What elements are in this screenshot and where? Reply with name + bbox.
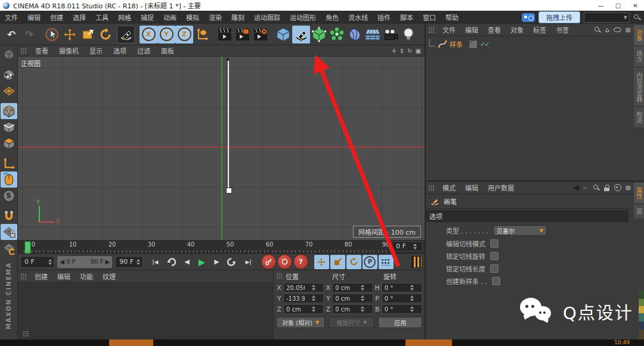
apply-button[interactable]: 应用 bbox=[378, 317, 422, 328]
object-mode-dropdown[interactable]: 对象 (相对)▼ bbox=[276, 317, 325, 328]
stepper-icon[interactable] bbox=[47, 259, 52, 265]
spline-start-point[interactable] bbox=[227, 58, 229, 61]
pos-z-field[interactable]: 0 cm bbox=[283, 304, 324, 314]
material-menu-texture[interactable]: 纹理 bbox=[98, 272, 120, 281]
material-menu-edit[interactable]: 编辑 bbox=[52, 272, 75, 281]
tab-content-browser[interactable]: 内容浏览器 bbox=[634, 68, 644, 106]
current-frame-field[interactable]: 0 F bbox=[392, 241, 423, 251]
viewport-toggle-icon[interactable]: ▣ bbox=[416, 48, 421, 54]
y-axis-lock-button[interactable]: Y bbox=[157, 26, 175, 43]
pos-x-field[interactable]: 20.056 cm bbox=[283, 283, 324, 292]
key-rotation-button[interactable] bbox=[346, 255, 361, 269]
model-mode-button[interactable] bbox=[1, 67, 17, 83]
spline-end-point-selected[interactable] bbox=[226, 188, 232, 194]
x-axis-lock-button[interactable]: X bbox=[140, 26, 157, 43]
autokey-button[interactable] bbox=[277, 254, 292, 269]
object-name[interactable]: 样条 bbox=[450, 39, 463, 49]
z-axis-lock-button[interactable]: Z bbox=[175, 26, 193, 43]
viewport-zoom-icon[interactable]: ⇕ bbox=[400, 48, 404, 54]
record-keyframe-button[interactable] bbox=[261, 254, 276, 269]
pos-y-field[interactable]: -133.972 cm bbox=[283, 294, 324, 303]
viewport-canvas[interactable]: 正视图 网格间距 : 100 cm Y X bbox=[18, 57, 425, 240]
spline-segment[interactable] bbox=[228, 60, 229, 190]
size-mode-dropdown[interactable]: 缩放尺寸▼ bbox=[329, 317, 374, 328]
tab-layers[interactable]: 层 bbox=[634, 204, 644, 219]
viewport-menu-view[interactable]: 查看 bbox=[30, 46, 54, 55]
previous-frame-button[interactable]: ◀ bbox=[179, 255, 194, 269]
panel-grip-icon[interactable] bbox=[20, 48, 27, 54]
workplane-lock-button[interactable] bbox=[1, 224, 17, 240]
menu-character[interactable]: 角色 bbox=[321, 13, 343, 22]
tab-takes[interactable]: 场次 bbox=[634, 46, 644, 67]
size-x-field[interactable]: 0 cm bbox=[332, 283, 373, 292]
mouse-move-button[interactable] bbox=[1, 172, 17, 188]
menu-file[interactable]: 文件 bbox=[0, 13, 23, 22]
key-parameter-button[interactable]: P bbox=[363, 255, 377, 269]
rot-b-field[interactable]: 0 ° bbox=[382, 304, 422, 314]
render-region-button[interactable] bbox=[234, 26, 252, 43]
key-pla-button[interactable] bbox=[379, 255, 394, 269]
create-new-spline-checkbox[interactable] bbox=[492, 277, 500, 285]
menu-help[interactable]: 帮助 bbox=[441, 13, 463, 22]
material-menu-function[interactable]: 功能 bbox=[75, 272, 98, 281]
open-timeline-button[interactable] bbox=[410, 255, 425, 269]
menu-render[interactable]: 渲染 bbox=[204, 13, 227, 22]
close-button[interactable]: ✕ bbox=[627, 0, 644, 11]
tab-objects[interactable]: 对象 bbox=[634, 25, 644, 45]
om-menu-tags[interactable]: 标签 bbox=[528, 25, 551, 35]
redo-button[interactable]: ↷ bbox=[20, 26, 38, 43]
material-menu-create[interactable]: 创建 bbox=[30, 272, 52, 281]
undo-button[interactable]: ↶ bbox=[2, 26, 20, 43]
lock-tangent-length-checkbox[interactable] bbox=[490, 264, 499, 273]
am-menu-mode[interactable]: 模式 bbox=[438, 183, 460, 192]
panel-grip-icon[interactable] bbox=[428, 27, 435, 33]
magnet-snap-button[interactable] bbox=[1, 208, 17, 224]
menu-plugins[interactable]: 插件 bbox=[373, 13, 395, 22]
loop-button[interactable] bbox=[224, 255, 239, 269]
coordinate-system-button[interactable] bbox=[193, 26, 211, 43]
panel-grip-icon[interactable] bbox=[276, 273, 283, 279]
key-position-button[interactable] bbox=[314, 255, 329, 269]
play-button[interactable]: ▶ bbox=[194, 255, 209, 269]
gear-icon[interactable] bbox=[614, 184, 621, 191]
texture-mode-button[interactable] bbox=[1, 83, 17, 99]
rot-h-field[interactable]: 0 ° bbox=[382, 283, 422, 292]
viewport-menu-options[interactable]: 选项 bbox=[108, 46, 132, 55]
statusbar-grip-icon[interactable] bbox=[23, 331, 29, 337]
om-menu-objects[interactable]: 对象 bbox=[506, 25, 528, 35]
goto-start-button[interactable]: |◀ bbox=[148, 255, 163, 269]
menu-select[interactable]: 选择 bbox=[68, 13, 91, 22]
scale-tool-button[interactable] bbox=[79, 26, 97, 43]
layer-visibility-icon[interactable] bbox=[469, 40, 478, 49]
render-view-button[interactable] bbox=[216, 26, 234, 43]
primitive-cube-button[interactable] bbox=[274, 26, 292, 43]
frame-ruler[interactable]: 0 10 20 30 40 50 60 70 80 90 bbox=[18, 240, 390, 254]
edit-tangent-checkbox[interactable] bbox=[490, 239, 499, 248]
history-forward-icon[interactable]: ▶ bbox=[583, 183, 589, 192]
play-backwards-button[interactable] bbox=[165, 255, 179, 269]
menu-tools[interactable]: 工具 bbox=[91, 13, 113, 22]
menu-mograph[interactable]: 运动图形 bbox=[285, 13, 321, 22]
om-menu-view[interactable]: 查看 bbox=[483, 25, 506, 35]
scene-objects-button[interactable] bbox=[346, 26, 364, 43]
search-icon[interactable] bbox=[633, 14, 640, 21]
menu-simulate[interactable]: 模拟 bbox=[181, 13, 204, 22]
snap-s-button[interactable]: S bbox=[1, 188, 17, 204]
menu-animate[interactable]: 动画 bbox=[159, 13, 181, 22]
type-dropdown[interactable]: 贝塞尔 ▼ bbox=[493, 225, 547, 236]
make-editable-button[interactable] bbox=[1, 46, 17, 63]
om-menu-edit[interactable]: 编辑 bbox=[460, 25, 483, 35]
menu-mesh[interactable]: 网格 bbox=[113, 13, 136, 22]
stepper-icon[interactable] bbox=[136, 259, 141, 265]
render-settings-button[interactable] bbox=[252, 26, 270, 43]
menu-snap[interactable]: 捕捉 bbox=[136, 13, 159, 22]
drag-upload-button[interactable]: 拖拽上传 bbox=[538, 11, 580, 23]
edges-mode-button[interactable] bbox=[1, 119, 17, 135]
panel-grip-icon[interactable] bbox=[20, 273, 27, 280]
environment-button[interactable] bbox=[364, 26, 382, 43]
generators-button[interactable] bbox=[310, 26, 328, 43]
stepper-icon[interactable] bbox=[408, 244, 421, 250]
size-y-field[interactable]: 0 cm bbox=[332, 294, 373, 303]
tab-structure[interactable]: 构造 bbox=[634, 107, 644, 127]
home-icon[interactable]: ⌂ bbox=[605, 26, 609, 34]
